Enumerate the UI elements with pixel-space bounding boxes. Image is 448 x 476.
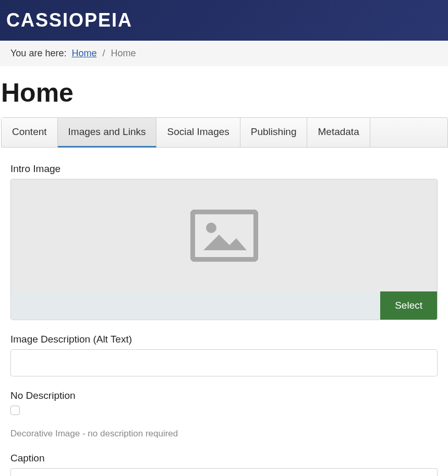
tab-publishing[interactable]: Publishing: [240, 118, 308, 147]
breadcrumb: You are here: Home / Home: [0, 41, 448, 66]
no-description-hint: Decorative Image - no description requir…: [10, 429, 438, 439]
field-alt-text: Image Description (Alt Text): [10, 334, 438, 376]
intro-image-preview: [11, 179, 437, 291]
caption-label: Caption: [10, 453, 438, 464]
breadcrumb-separator: /: [102, 48, 105, 58]
intro-image-label: Intro Image: [10, 163, 438, 175]
alt-text-label: Image Description (Alt Text): [10, 334, 438, 345]
tab-panel-images-links: Intro Image Select Image Description (Al…: [0, 148, 448, 476]
toolbar-path-display: [11, 291, 380, 320]
svg-rect-0: [192, 212, 256, 260]
alt-text-input[interactable]: [10, 349, 438, 376]
no-description-checkbox[interactable]: [10, 406, 20, 415]
app-header: CASSIOPEIA: [0, 0, 448, 41]
tab-bar: Content Images and Links Social Images P…: [1, 117, 448, 148]
caption-input[interactable]: [10, 468, 438, 476]
select-button[interactable]: Select: [380, 291, 437, 320]
tab-content[interactable]: Content: [2, 118, 58, 147]
breadcrumb-home-link[interactable]: Home: [71, 48, 96, 58]
tab-images-links[interactable]: Images and Links: [58, 118, 157, 148]
tab-social-images[interactable]: Social Images: [156, 118, 240, 147]
intro-image-box: Select: [10, 179, 438, 320]
field-caption: Caption: [10, 453, 438, 476]
tab-metadata[interactable]: Metadata: [307, 118, 370, 147]
page-title: Home: [0, 66, 448, 117]
no-description-label: No Description: [10, 390, 438, 401]
field-no-description: No Description Decorative Image - no des…: [10, 390, 438, 439]
intro-image-toolbar: Select: [11, 291, 437, 320]
svg-point-1: [206, 223, 216, 233]
image-placeholder-icon: [190, 210, 258, 262]
breadcrumb-prefix: You are here:: [10, 48, 66, 58]
breadcrumb-current: Home: [111, 48, 136, 58]
field-intro-image: Intro Image Select: [10, 163, 438, 320]
logo: CASSIOPEIA: [6, 9, 442, 31]
